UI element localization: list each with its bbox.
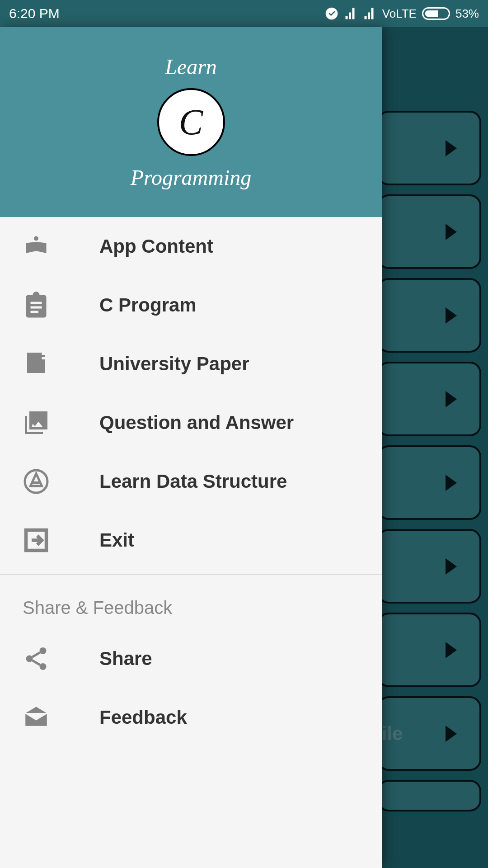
chat-icon bbox=[23, 350, 50, 377]
menu-item-university-paper[interactable]: University Paper bbox=[0, 335, 382, 393]
menu-item-label: University Paper bbox=[99, 353, 249, 375]
reader-icon bbox=[23, 233, 50, 260]
menu-item-app-content[interactable]: App Content bbox=[0, 217, 382, 276]
exit-icon bbox=[23, 527, 50, 554]
menu-item-label: App Content bbox=[99, 236, 213, 257]
menu-item-label: Learn Data Structure bbox=[99, 471, 287, 492]
signal-icon-1 bbox=[344, 7, 358, 20]
clipboard-icon bbox=[23, 292, 50, 319]
menu-item-label: Exit bbox=[99, 529, 134, 551]
menu-item-label: Question and Answer bbox=[99, 412, 294, 434]
svg-point-1 bbox=[40, 647, 47, 654]
header-programming: Programming bbox=[131, 165, 252, 190]
menu-item-c-program[interactable]: C Program bbox=[0, 276, 382, 335]
status-bar: 6:20 PM VoLTE 53% bbox=[0, 0, 488, 27]
svg-point-3 bbox=[40, 663, 47, 670]
volte-label: VoLTE bbox=[382, 7, 417, 21]
svg-point-2 bbox=[26, 656, 33, 662]
header-learn: Learn bbox=[165, 54, 217, 79]
app-store-icon bbox=[23, 468, 50, 495]
menu-item-learn-data-structure[interactable]: Learn Data Structure bbox=[0, 452, 382, 511]
battery-percent: 53% bbox=[455, 7, 479, 21]
menu-item-feedback[interactable]: Feedback bbox=[0, 688, 382, 747]
status-right: VoLTE 53% bbox=[324, 6, 479, 21]
envelope-icon bbox=[23, 704, 50, 731]
status-time: 6:20 PM bbox=[9, 6, 60, 21]
navigation-drawer: Learn C Programming App Content C Progra… bbox=[0, 27, 382, 868]
drawer-scrim[interactable] bbox=[382, 27, 488, 868]
divider bbox=[0, 574, 382, 575]
header-circle-c: C bbox=[157, 88, 225, 156]
signal-icon-2 bbox=[363, 7, 377, 20]
drawer-header: Learn C Programming bbox=[0, 27, 382, 217]
section-title-share-feedback: Share & Feedback bbox=[0, 580, 382, 629]
menu-item-exit[interactable]: Exit bbox=[0, 511, 382, 570]
menu-item-label: Share bbox=[99, 648, 152, 670]
battery-icon bbox=[422, 7, 450, 20]
menu-item-label: Feedback bbox=[99, 707, 187, 728]
menu-item-label: C Program bbox=[99, 294, 197, 316]
image-collection-icon bbox=[23, 409, 50, 436]
menu-item-question-answer[interactable]: Question and Answer bbox=[0, 393, 382, 452]
share-icon bbox=[23, 645, 50, 672]
alarm-icon bbox=[324, 6, 339, 21]
menu-item-share[interactable]: Share bbox=[0, 629, 382, 688]
